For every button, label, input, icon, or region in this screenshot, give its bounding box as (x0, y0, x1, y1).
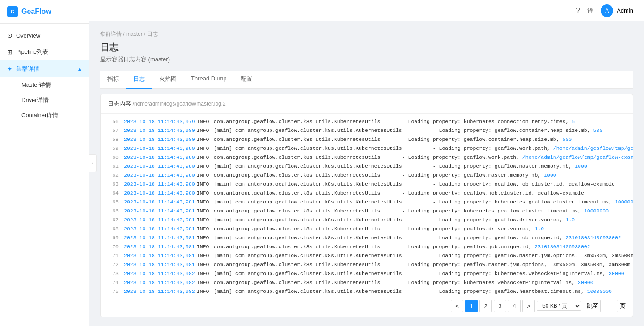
log-highlight: 1000 (575, 163, 587, 169)
log-timestamp: 2023-10-18 11:14:43,980 (124, 135, 195, 144)
breadcrumb-master[interactable]: master (126, 31, 143, 37)
tab-threaddump[interactable]: Thread Dump (184, 71, 233, 89)
log-content: [main] com.antgroup.geaflow.cluster.k8s.… (214, 127, 603, 135)
sidebar-collapse-button[interactable]: ‹ (89, 154, 97, 172)
log-timestamp: 2023-10-18 11:14:43,982 (124, 288, 195, 295)
log-level: INFO (197, 270, 210, 278)
log-level: INFO (197, 162, 210, 170)
translate-icon[interactable]: 译 (587, 7, 593, 15)
log-timestamp: 2023-10-18 11:14:43,981 (124, 234, 195, 242)
log-row: 652023-10-18 11:14:43,981INFO[main] com.… (101, 198, 633, 207)
next-page-button[interactable]: > (522, 300, 535, 312)
sidebar-item-master[interactable]: Master详情 (14, 77, 89, 93)
log-path: /home/admin/logs/geaflow/master.log.2 (133, 101, 226, 107)
prev-page-button[interactable]: < (451, 300, 463, 312)
log-content: com.antgroup.geaflow.cluster.k8s.utils.K… (214, 171, 556, 179)
user-menu[interactable]: A Admin (601, 4, 633, 17)
sidebar-item-container[interactable]: Container详情 (14, 108, 89, 123)
page-button-1[interactable]: 1 (465, 300, 478, 312)
main-content: ? 译 A Admin 集群详情 / master / 日志 日志 显示容器日志… (89, 0, 644, 326)
log-container: 日志内容 /home/admin/logs/geaflow/master.log… (100, 94, 633, 317)
jump-label: 跳至 (587, 302, 598, 310)
page-button-3[interactable]: 3 (494, 300, 506, 312)
sidebar-item-driver[interactable]: Driver详情 (14, 93, 89, 108)
page-button-4[interactable]: 4 (508, 300, 521, 312)
log-line-num: 59 (106, 144, 119, 152)
log-level: INFO (197, 118, 210, 126)
log-line-num: 71 (106, 252, 119, 260)
log-level: INFO (197, 216, 210, 224)
sidebar-group-cluster: ✦ 集群详情 ▲ Master详情 Driver详情 Container详情 (0, 60, 89, 123)
sidebar-item-pipeline[interactable]: ⊞ Pipeline列表 (0, 43, 89, 60)
log-timestamp: 2023-10-18 11:14:43,980 (124, 127, 195, 135)
log-body[interactable]: 562023-10-18 11:14:43,979INFOcom.antgrou… (101, 114, 633, 295)
log-content: com.antgroup.geaflow.cluster.k8s.utils.K… (214, 225, 544, 233)
sidebar-nav: ⊙ Overview ⊞ Pipeline列表 ✦ 集群详情 ▲ Master详… (0, 24, 89, 326)
log-content: [main] com.antgroup.geaflow.cluster.k8s.… (214, 180, 615, 188)
page-label: 页 (620, 302, 626, 310)
log-timestamp: 2023-10-18 11:14:43,980 (124, 144, 195, 152)
tab-flamegraph[interactable]: 火焰图 (152, 71, 184, 89)
sidebar-item-cluster[interactable]: ✦ 集群详情 ▲ (0, 60, 89, 77)
page-subtitle: 显示容器日志内容 (master) (100, 55, 633, 64)
log-level: INFO (197, 243, 210, 251)
log-level: INFO (197, 252, 210, 260)
log-highlight: /home/admin/geaflow/tmp/geaflow-example (553, 145, 633, 151)
log-line-num: 75 (106, 288, 119, 295)
log-content: [main] com.antgroup.geaflow.cluster.k8s.… (214, 216, 575, 224)
log-highlight: 30000 (578, 279, 593, 285)
breadcrumb-sep1: / (123, 31, 126, 37)
page-title: 日志 (100, 42, 633, 54)
tabs: 指标 日志 火焰图 Thread Dump 配置 (100, 71, 633, 89)
log-line-num: 60 (106, 153, 119, 161)
log-level: INFO (197, 127, 210, 135)
sidebar: G GeaFlow ⊙ Overview ⊞ Pipeline列表 ✦ 集群详情… (0, 0, 89, 326)
log-line-num: 61 (106, 162, 119, 170)
sidebar-cluster-children: Master详情 Driver详情 Container详情 (0, 77, 89, 123)
log-line-num: 74 (106, 279, 119, 287)
page-size-select[interactable]: 50 KB / 页 100 KB / 页 (537, 301, 581, 311)
log-row: 682023-10-18 11:14:43,981INFOcom.antgrou… (101, 224, 633, 233)
tab-logs[interactable]: 日志 (126, 71, 152, 89)
log-line-num: 65 (106, 198, 119, 206)
log-row: 582023-10-18 11:14:43,980INFOcom.antgrou… (101, 135, 633, 144)
log-header: 日志内容 /home/admin/logs/geaflow/master.log… (101, 94, 633, 114)
topbar: ? 译 A Admin (89, 0, 644, 21)
page-jump: 跳至 页 (587, 300, 626, 312)
breadcrumb: 集群详情 / master / 日志 (100, 30, 633, 38)
log-header-title: 日志内容 (108, 100, 131, 107)
log-row: 622023-10-18 11:14:43,980INFOcom.antgrou… (101, 171, 633, 180)
page-button-2[interactable]: 2 (479, 300, 492, 312)
log-line-num: 57 (106, 127, 119, 135)
log-highlight: 1000 (544, 172, 556, 178)
log-timestamp: 2023-10-18 11:14:43,982 (124, 279, 195, 287)
log-content: com.antgroup.geaflow.cluster.k8s.utils.K… (214, 118, 575, 126)
log-row: 642023-10-18 11:14:43,980INFOcom.antgrou… (101, 189, 633, 198)
sidebar-item-overview[interactable]: ⊙ Overview (0, 27, 89, 43)
pagination: < 1 2 3 4 > 50 KB / 页 100 KB / 页 跳至 页 (101, 295, 633, 317)
log-line-num: 64 (106, 189, 119, 197)
log-timestamp: 2023-10-18 11:14:43,980 (124, 189, 195, 197)
sidebar-item-label-pipeline: Pipeline列表 (16, 48, 48, 56)
log-line-num: 70 (106, 243, 119, 251)
log-timestamp: 2023-10-18 11:14:43,980 (124, 180, 195, 188)
avatar: A (601, 4, 613, 17)
tab-config[interactable]: 配置 (233, 71, 259, 89)
log-content: com.antgroup.geaflow.cluster.k8s.utils.K… (214, 135, 572, 144)
tab-metrics[interactable]: 指标 (100, 71, 126, 89)
log-timestamp: 2023-10-18 11:14:43,981 (124, 252, 195, 260)
chevron-up-icon: ▲ (77, 67, 82, 72)
log-level: INFO (197, 189, 210, 197)
page: 集群详情 / master / 日志 日志 显示容器日志内容 (master) … (89, 21, 644, 326)
log-line-num: 69 (106, 234, 119, 242)
help-icon[interactable]: ? (576, 7, 580, 15)
log-level: INFO (197, 198, 210, 206)
log-level: INFO (197, 279, 210, 287)
log-level: INFO (197, 261, 210, 269)
page-jump-input[interactable] (600, 300, 618, 312)
breadcrumb-cluster[interactable]: 集群详情 (100, 31, 122, 37)
app-logo[interactable]: G GeaFlow (0, 0, 89, 24)
log-level: INFO (197, 234, 210, 242)
log-line-num: 72 (106, 261, 119, 269)
log-content: com.antgroup.geaflow.cluster.k8s.utils.K… (214, 243, 590, 251)
